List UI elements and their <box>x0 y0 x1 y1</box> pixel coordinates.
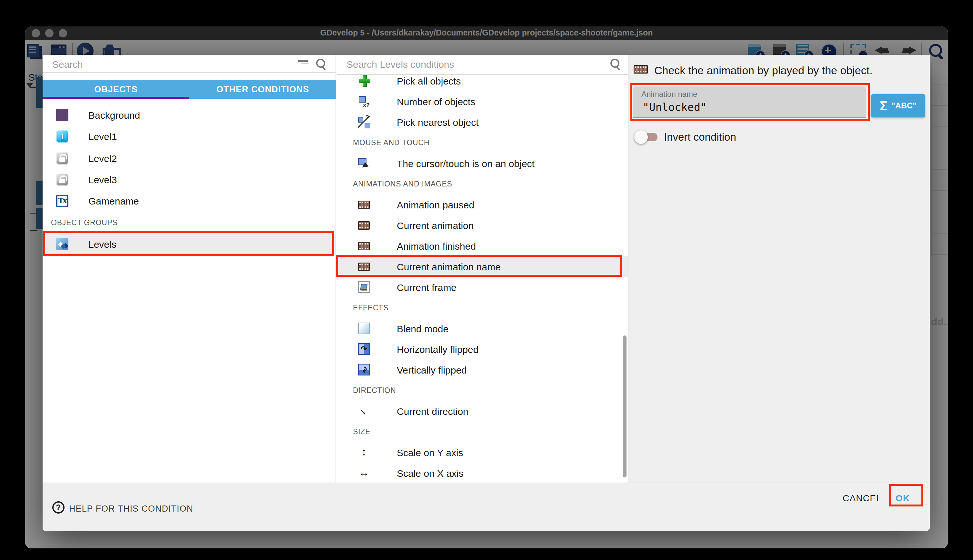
condition-item[interactable]: The cursor/touch is on an object <box>337 153 628 173</box>
condition-item-label: Blend mode <box>397 323 448 334</box>
conditions-search-row <box>337 55 628 72</box>
object-item[interactable]: Gamename <box>43 190 335 212</box>
level1-object-icon <box>56 131 68 143</box>
invert-condition-label: Invert condition <box>664 131 736 143</box>
current-direction-icon <box>358 405 370 417</box>
condition-item[interactable]: Number of objects <box>337 91 628 112</box>
condition-item-label: Current frame <box>397 282 457 293</box>
condition-item[interactable]: Current animation name <box>337 256 628 277</box>
object-item-label: Level3 <box>88 174 117 185</box>
condition-item[interactable]: Pick all objects <box>337 75 628 91</box>
condition-item[interactable]: Scale on X axis <box>337 463 628 483</box>
conditions-list: Pick all objectsNumber of objectsPick ne… <box>337 75 628 483</box>
object-item[interactable]: Level2 <box>43 147 335 169</box>
locked-level-object-icon <box>56 152 68 164</box>
film-strip-icon <box>358 262 370 271</box>
condition-item-label: The cursor/touch is on an object <box>397 158 535 169</box>
background-object-icon <box>56 109 68 121</box>
expression-button-label: "ABC" <box>891 101 916 110</box>
object-item[interactable]: Level3 <box>43 169 335 191</box>
conditions-panel: Pick all objectsNumber of objectsPick ne… <box>337 55 628 483</box>
condition-item-label: Animation paused <box>397 199 474 210</box>
object-group-item[interactable]: Levels <box>43 233 335 255</box>
filter-icon[interactable] <box>298 59 308 68</box>
text-object-icon <box>56 195 68 207</box>
condition-section-header: SIZE <box>337 421 628 442</box>
film-strip-icon <box>358 221 370 229</box>
horizontal-flip-icon <box>358 343 370 355</box>
condition-item-label: Pick all objects <box>397 75 461 86</box>
conditions-search-input[interactable] <box>345 56 602 72</box>
condition-editor-dialog: OBJECTS OTHER CONDITIONS BackgroundLevel… <box>43 55 930 531</box>
object-groups-header: OBJECT GROUPS <box>43 212 335 233</box>
help-link[interactable]: HELP FOR THIS CONDITION <box>69 504 193 513</box>
objects-search-input[interactable] <box>51 56 297 72</box>
scale-y-icon <box>358 447 370 458</box>
condition-item[interactable]: Current direction <box>337 401 628 421</box>
condition-item-label: Animation finished <box>397 240 476 251</box>
object-item-label: Level1 <box>88 131 117 142</box>
object-item-label: Gamename <box>88 196 139 207</box>
condition-item-label: Current direction <box>397 405 468 417</box>
pick-all-objects-icon <box>358 75 370 87</box>
condition-item-label: Horizontally flipped <box>397 343 478 355</box>
tab-other-conditions[interactable]: OTHER CONDITIONS <box>189 80 336 99</box>
objects-group-icon <box>56 238 68 250</box>
condition-section-header: EFFECTS <box>337 297 628 318</box>
film-strip-icon <box>634 65 648 73</box>
film-strip-icon <box>358 200 370 209</box>
condition-item[interactable]: Horizontally flipped <box>337 339 628 359</box>
condition-item[interactable]: Current animation <box>337 215 628 235</box>
condition-item-label: Scale on Y axis <box>397 447 463 458</box>
object-item-label: Background <box>88 110 140 121</box>
condition-item-label: Current animation name <box>397 261 501 272</box>
field-label: Animation name <box>641 89 858 98</box>
expression-editor-button[interactable]: Σ "ABC" <box>871 94 925 117</box>
desktop: GDevelop 5 - /Users/dkarakay/Documents/G… <box>0 0 973 560</box>
condition-item-label: Number of objects <box>397 96 475 107</box>
condition-item[interactable]: Current frame <box>337 277 628 297</box>
locked-level-object-icon <box>56 173 68 186</box>
objects-panel: OBJECTS OTHER CONDITIONS BackgroundLevel… <box>43 55 336 483</box>
condition-item[interactable]: Animation finished <box>337 235 628 256</box>
conditions-list-viewport: Pick all objectsNumber of objectsPick ne… <box>337 75 628 483</box>
sigma-icon: Σ <box>880 98 888 113</box>
condition-item-label: Scale on X axis <box>397 467 463 478</box>
condition-item[interactable]: Animation paused <box>337 194 628 215</box>
invert-condition-toggle[interactable] <box>634 132 659 142</box>
blend-mode-icon <box>358 323 370 334</box>
search-icon <box>316 59 327 70</box>
object-item[interactable]: Level1 <box>43 126 335 148</box>
ok-button[interactable]: OK <box>896 493 910 503</box>
condition-section-header: MOUSE AND TOUCH <box>337 132 628 153</box>
tab-objects[interactable]: OBJECTS <box>43 80 189 99</box>
animation-name-field[interactable]: Animation name <box>633 86 866 118</box>
condition-item[interactable]: Scale on Y axis <box>337 442 628 463</box>
objects-list: BackgroundLevel1Level2Level3GamenameOBJE… <box>43 99 335 255</box>
condition-section-header: ANIMATIONS AND IMAGES <box>337 173 628 194</box>
condition-item[interactable]: Vertically flipped <box>337 359 628 380</box>
condition-item-label: Pick nearest object <box>397 117 478 127</box>
number-of-objects-icon <box>358 95 370 107</box>
cursor-on-object-icon <box>358 157 370 169</box>
scrollbar-thumb[interactable] <box>623 335 626 477</box>
scale-x-icon <box>358 467 370 479</box>
film-strip-icon <box>358 242 370 250</box>
condition-section-header: DIRECTION <box>337 380 628 401</box>
objects-search-row <box>43 55 335 72</box>
vertical-flip-icon <box>358 364 370 375</box>
objects-tabs: OBJECTS OTHER CONDITIONS <box>43 80 336 99</box>
instruction-text: Check the animation by played by the obj… <box>654 55 925 87</box>
search-icon <box>610 59 621 70</box>
dialog-footer: ? HELP FOR THIS CONDITION CANCEL OK <box>43 483 930 531</box>
help-circle-icon[interactable]: ? <box>52 501 65 513</box>
cancel-button[interactable]: CANCEL <box>843 493 882 503</box>
condition-item[interactable]: Pick nearest object <box>337 112 628 132</box>
pick-nearest-object-icon <box>358 116 370 128</box>
parameters-panel: Check the animation by played by the obj… <box>628 55 930 483</box>
animation-name-input[interactable] <box>641 100 858 114</box>
condition-item[interactable]: Blend mode <box>337 318 628 339</box>
object-item-label: Level2 <box>88 153 117 163</box>
object-item[interactable]: Background <box>43 105 335 126</box>
condition-item-label: Vertically flipped <box>397 364 467 375</box>
